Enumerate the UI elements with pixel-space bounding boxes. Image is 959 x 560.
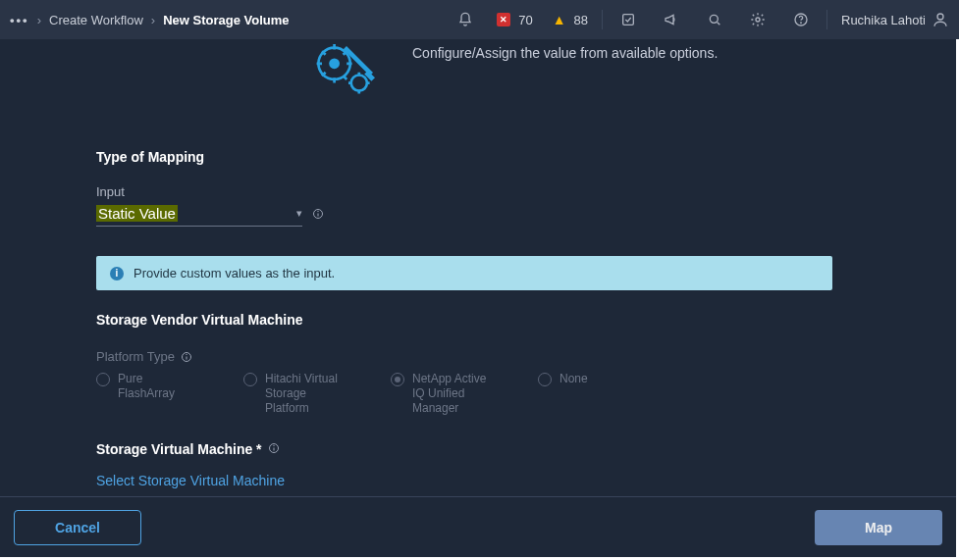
input-help-icon[interactable] [312,208,324,223]
divider [602,10,603,29]
svg-point-7 [329,58,340,69]
info-icon: i [110,267,124,280]
radio-icon [96,373,110,386]
platform-option-label: NetApp Active IQ Unified Manager [412,372,491,416]
user-icon [932,11,949,28]
platform-option-pure: Pure FlashArray [96,372,196,416]
help-icon[interactable] [789,8,813,31]
svg-rect-0 [623,15,634,25]
warning-badge[interactable]: ▲ 88 [553,12,588,27]
svg-point-5 [937,14,943,20]
tasks-icon[interactable] [616,8,640,31]
svg-point-14 [273,445,274,446]
radio-icon [391,373,404,386]
header-bar: ••• › Create Workflow › New Storage Volu… [0,0,959,39]
radio-icon [243,373,257,386]
gear-icon[interactable] [746,8,770,31]
platform-option-label: None [559,372,588,386]
platform-type-block: Platform Type Pure FlashArray Hitachi Vi… [96,349,860,416]
platform-option-none: None [538,372,588,416]
divider [826,10,827,29]
search-icon[interactable] [703,8,726,31]
svm-label: Storage Virtual Machine * [96,441,262,457]
content-area: Configure/Assign the value from availabl… [0,39,956,557]
type-of-mapping-label: Type of Mapping [96,149,860,165]
page-subtitle: Configure/Assign the value from availabl… [412,45,718,61]
input-select-value: Static Value [96,205,178,222]
cancel-button[interactable]: Cancel [14,510,141,545]
chevron-right-icon: › [151,13,155,27]
footer-actions: Cancel Map [0,496,956,557]
svg-point-2 [756,18,760,22]
header-actions: ✕ 70 ▲ 88 Ruchika Lahoti [453,8,949,31]
svm-label-row: Storage Virtual Machine * [96,441,860,457]
input-select[interactable]: Static Value ▾ [96,203,302,227]
platform-option-netapp: NetApp Active IQ Unified Manager [391,372,491,416]
banner-text: Provide custom values as the input. [133,266,335,280]
platform-option-hitachi: Hitachi Virtual Storage Platform [243,372,344,416]
map-button[interactable]: Map [815,510,942,545]
svm-help-icon[interactable] [268,441,280,457]
warning-icon: ▲ [553,12,566,27]
user-name: Ruchika Lahoti [841,13,926,27]
breadcrumb-item[interactable]: Create Workflow [49,13,143,27]
radio-icon [538,373,552,386]
chevron-right-icon: › [37,13,41,27]
megaphone-icon[interactable] [660,8,683,31]
bell-icon[interactable] [453,8,477,31]
error-icon: ✕ [497,13,510,26]
page-hero: Configure/Assign the value from availabl… [275,35,956,104]
main-panel: Configure/Assign the value from availabl… [0,39,959,560]
chevron-down-icon: ▾ [296,207,302,220]
vendor-heading: Storage Vendor Virtual Machine [96,312,860,328]
info-banner: i Provide custom values as the input. [96,256,832,290]
svg-point-4 [801,23,802,24]
error-badge[interactable]: ✕ 70 [497,13,532,27]
platform-help-icon [181,351,192,363]
svg-point-10 [318,211,319,212]
form-section: Type of Mapping Input Static Value ▾ i P… [0,149,956,489]
warning-count: 88 [574,13,588,27]
wrench-gear-icon [304,35,393,104]
platform-option-label: Hitachi Virtual Storage Platform [265,372,344,416]
svg-point-8 [351,76,367,91]
platform-option-label: Pure FlashArray [118,372,196,401]
breadcrumb-current: New Storage Volume [163,13,289,27]
platform-options: Pure FlashArray Hitachi Virtual Storage … [96,372,860,416]
svg-point-12 [186,354,187,355]
platform-type-label: Platform Type [96,349,175,364]
breadcrumb-root[interactable]: ••• [10,13,29,27]
error-count: 70 [518,13,532,27]
svg-point-1 [710,15,718,23]
input-label: Input [96,184,860,199]
breadcrumb: ••• › Create Workflow › New Storage Volu… [10,13,290,27]
select-svm-link[interactable]: Select Storage Virtual Machine [96,473,285,488]
user-menu[interactable]: Ruchika Lahoti [841,11,949,28]
